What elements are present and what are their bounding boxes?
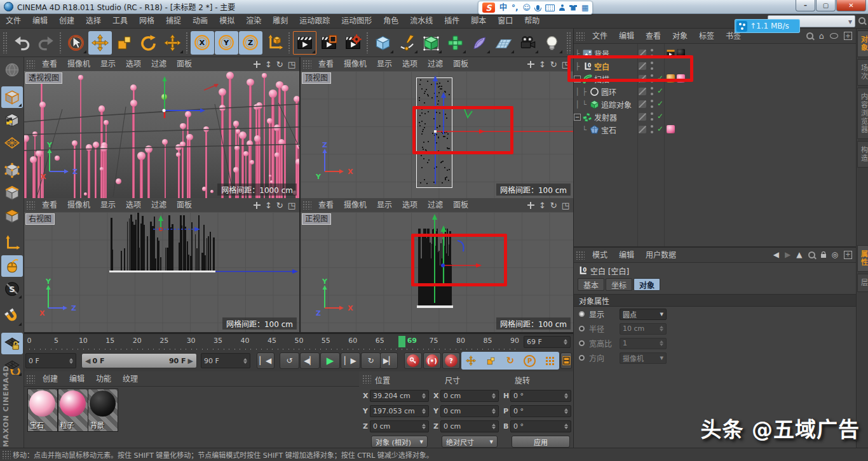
key-rotation-button[interactable]: ↻	[501, 353, 519, 369]
pan-icon[interactable]	[527, 202, 534, 209]
coord-field-旋转-B[interactable]: 0 °	[510, 420, 571, 432]
enabled-check-icon[interactable]: ✓	[657, 112, 663, 121]
drag-handle[interactable]	[26, 60, 35, 69]
render-view-button[interactable]	[293, 31, 316, 55]
editor-render-dots-icon[interactable]	[651, 74, 653, 83]
workplane-lock-button[interactable]	[1, 333, 23, 354]
drag-handle[interactable]	[566, 32, 572, 53]
search-icon[interactable]	[806, 32, 813, 39]
filter-icon[interactable]	[830, 33, 838, 39]
material-menu-2[interactable]: 功能	[90, 372, 117, 386]
tab-基本[interactable]: 基本	[578, 278, 604, 291]
viewport-canvas-right[interactable]: 右视图网格间距：100 cm Y Z X	[24, 212, 299, 332]
menu-13[interactable]: 角色	[377, 14, 404, 28]
viewport-menu-3[interactable]: 选项	[121, 199, 146, 212]
side-tab-属性[interactable]: 属性	[857, 245, 868, 272]
mic-icon[interactable]	[536, 5, 539, 10]
spinner-icon[interactable]	[490, 424, 496, 429]
axis-y-button[interactable]: Y	[215, 31, 238, 55]
om-menu-3[interactable]: 对象	[667, 29, 693, 43]
pan-icon[interactable]	[254, 202, 261, 209]
om-menu-1[interactable]: 编辑	[613, 29, 640, 43]
am-menu-2[interactable]: 用户数据	[640, 248, 682, 262]
minimize-button[interactable]: –	[796, 0, 815, 11]
object-row-背景[interactable]: ├背景	[574, 47, 856, 60]
side-tab-内容浏览器[interactable]: 内容浏览器	[857, 88, 868, 139]
range-left-arrow-icon[interactable]: ◀	[85, 357, 90, 365]
visibility-toggle-icon[interactable]	[639, 88, 646, 95]
editor-render-dots-icon[interactable]	[651, 112, 653, 121]
spinner-icon[interactable]	[562, 393, 568, 399]
timeline-panel-button[interactable]	[560, 352, 572, 369]
drag-handle[interactable]	[302, 201, 311, 210]
spinner-icon[interactable]	[241, 358, 247, 364]
render-region-button[interactable]	[1, 59, 23, 81]
zoom-icon[interactable]: ↕	[539, 60, 546, 69]
loop-button[interactable]: ↻	[361, 352, 381, 369]
material-pink-icon[interactable]	[667, 125, 675, 133]
points-mode-button[interactable]	[1, 159, 23, 181]
drag-handle[interactable]	[362, 375, 371, 384]
target-icon[interactable]: ◎	[832, 250, 838, 259]
add-subdivision-button[interactable]	[419, 31, 443, 55]
spinner-icon[interactable]	[420, 424, 426, 429]
enabled-check-icon[interactable]: ✓	[657, 74, 663, 83]
enable-axis-button[interactable]	[1, 255, 23, 277]
coord-footer-dropdown[interactable]: 对象 (相对)▾	[371, 436, 428, 448]
network-speed-badge[interactable]: ↑ 1.1 MB/s	[735, 19, 800, 33]
zoom-icon[interactable]: ↕	[265, 201, 272, 210]
record-key-button[interactable]	[404, 352, 422, 369]
add-spline-button[interactable]	[395, 31, 419, 55]
visibility-toggle-icon[interactable]	[639, 100, 646, 108]
rotate-view-icon[interactable]: ↻	[276, 201, 283, 210]
om-menu-4[interactable]: 标签	[693, 29, 720, 43]
zoom-icon[interactable]: ↕	[539, 201, 546, 210]
menu-8[interactable]: 模拟	[214, 14, 240, 28]
material-item[interactable]: 背景	[88, 389, 118, 432]
menu-3[interactable]: 选择	[80, 14, 107, 28]
viewport-canvas-top[interactable]: 顶视图网格间距：100 cm Z X Y	[301, 71, 573, 198]
key-pla-button[interactable]	[541, 353, 559, 369]
playhead[interactable]	[398, 336, 405, 347]
menu-11[interactable]: 运动跟踪	[294, 14, 336, 28]
editor-render-dots-icon[interactable]	[651, 62, 653, 70]
menu-10[interactable]: 雕刻	[267, 14, 294, 28]
axis-x-button[interactable]: X	[191, 31, 214, 55]
viewport-menu-0[interactable]: 查看	[313, 58, 339, 71]
menu-12[interactable]: 运动图形	[336, 14, 377, 28]
visibility-toggle-icon[interactable]	[639, 113, 646, 121]
coord-footer-dropdown[interactable]: 绝对尺寸▾	[442, 436, 498, 448]
user-icon[interactable]	[559, 4, 565, 11]
side-tab-层[interactable]: 层	[857, 274, 868, 292]
viewport-menu-2[interactable]: 显示	[372, 58, 397, 71]
spinner-icon[interactable]	[67, 358, 73, 364]
grid-icon[interactable]: ▦	[581, 4, 588, 11]
menu-17[interactable]: 窗口	[492, 14, 519, 28]
toggle-view-icon[interactable]: ◳	[562, 60, 569, 69]
frame-range-slider[interactable]: ◀ 0 F 90 F ▶	[81, 353, 197, 368]
material-item[interactable]: 粒子	[58, 389, 88, 432]
viewport-menu-2[interactable]: 显示	[95, 199, 121, 212]
am-menu-0[interactable]: 模式	[587, 248, 613, 262]
compositing-tag-icon[interactable]	[667, 49, 675, 57]
axis-z-button[interactable]: Z	[239, 31, 262, 55]
spinner-icon[interactable]	[490, 408, 496, 414]
rotate-view-icon[interactable]: ↻	[550, 201, 557, 210]
goto-end-button[interactable]: ▶▏	[380, 352, 398, 369]
viewport-menu-3[interactable]: 选项	[397, 199, 423, 212]
tab-对象[interactable]: 对象	[634, 278, 660, 291]
spinner-icon[interactable]	[562, 339, 567, 345]
material-menu-0[interactable]: 创建	[37, 372, 64, 386]
timeline-ruler[interactable]: 05101520253035404550556065758085906969 F	[24, 333, 573, 352]
search-icon[interactable]	[858, 17, 865, 24]
viewport-menu-5[interactable]: 面板	[448, 199, 473, 212]
expander-icon[interactable]: −	[574, 76, 581, 83]
coord-field-旋转-P[interactable]: 0 °	[510, 405, 571, 417]
range-right-arrow-icon[interactable]: ▶	[188, 357, 193, 365]
am-menu-1[interactable]: 编辑	[613, 248, 640, 262]
viewport-menu-3[interactable]: 选项	[121, 58, 146, 71]
render-settings-button[interactable]	[341, 31, 365, 55]
chinese-mode-icon[interactable]: 中	[499, 4, 507, 11]
visibility-toggle-icon[interactable]	[639, 50, 646, 57]
next-frame-button[interactable]: ▏▶	[341, 352, 360, 369]
